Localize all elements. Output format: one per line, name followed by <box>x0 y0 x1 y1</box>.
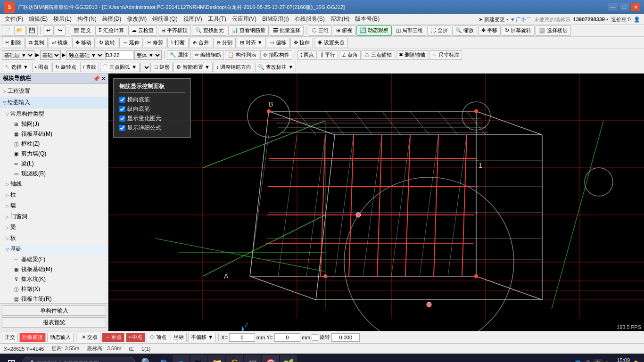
checkbox-vert-rebar[interactable]: 纵向底筋 <box>119 105 185 113</box>
new-change-btn[interactable]: ➤ 新建变更 • <box>479 16 508 23</box>
object-snap-btn[interactable]: 对象捕捉 <box>19 333 46 342</box>
notification-icon[interactable]: 🔔 <box>633 360 639 362</box>
checkbox-show-qty[interactable]: 显示量化图元 <box>119 115 185 123</box>
menu-online-service[interactable]: 在线服务(S) <box>292 14 328 24</box>
window-controls[interactable]: — □ ✕ <box>608 3 640 11</box>
line-btn[interactable]: / 直线 <box>80 63 99 72</box>
x-input[interactable] <box>229 333 255 342</box>
delete-aux-btn[interactable]: ✖ 删除辅轴 <box>396 50 428 60</box>
single-element-input-btn[interactable]: 单构件输入 <box>2 305 106 316</box>
arc-select[interactable] <box>140 63 151 72</box>
align-btn[interactable]: ⊞ 对齐 ▼ <box>237 38 266 48</box>
rotate2-btn[interactable]: ↻ 旋转 <box>96 38 118 48</box>
category-select[interactable]: 基础 <box>40 50 61 60</box>
nav-sump[interactable]: ⊽集水坑(K) <box>8 274 108 284</box>
two-point-btn[interactable]: ⟨ 两点 <box>297 50 317 60</box>
canvas-viewport[interactable]: A B A1 1 Z X Y 钢筋显示控制面板 横向底 <box>108 74 644 331</box>
nav-item-slab[interactable]: ▭现浇板(B) <box>8 169 108 179</box>
nav-foundation-section[interactable]: ▽ 基础 <box>4 244 108 255</box>
menu-floor[interactable]: 楼层(L) <box>50 14 74 24</box>
menu-element[interactable]: 构件(N) <box>74 14 99 24</box>
nav-beam-section[interactable]: ▷ 梁 <box>4 222 108 233</box>
align-slab-btn[interactable]: ⊟ 平齐板顶 <box>158 25 191 36</box>
midpoint-btn[interactable]: → 重点 <box>102 333 124 342</box>
point-btn[interactable]: • 图点 <box>32 63 51 72</box>
batch-select-btn[interactable]: ☰ 批量选择 <box>270 25 304 36</box>
drag-btn[interactable]: ✥ 拉伸 <box>290 38 313 48</box>
app-icon1[interactable]: 🎯 <box>262 355 279 362</box>
nav-project-settings[interactable]: ▷ 工程设置 <box>0 86 108 97</box>
nav-raft-main[interactable]: ▤筏板主筋(R) <box>8 294 108 303</box>
nav-wall-section[interactable]: ▷ 墙 <box>4 200 108 211</box>
no-offset-btn[interactable]: 不偏移 ▼ <box>188 333 216 342</box>
cortana-icon[interactable]: 🔍 <box>139 355 155 362</box>
app-icon2[interactable]: 🌱 <box>280 355 297 362</box>
expand-tray-icon[interactable]: ∧ <box>568 360 572 362</box>
select-tool-btn[interactable]: ↖ 选择 ▼ <box>2 63 31 72</box>
store-icon[interactable]: 🛍 <box>190 355 207 362</box>
nav-door-section[interactable]: ▷ 门窗洞 <box>4 211 108 222</box>
vertex-btn[interactable]: ◇ 顶点 <box>147 333 169 342</box>
nav-item-raft[interactable]: ▦筏板基础(M) <box>8 129 108 139</box>
menu-edit[interactable]: 编辑(E) <box>26 14 50 24</box>
pan-btn[interactable]: ✥ 平移 <box>478 25 501 36</box>
vert-rebar-check[interactable] <box>119 106 125 112</box>
close-button[interactable]: ✕ <box>631 3 640 11</box>
element-list-btn[interactable]: 📋 构件列表 <box>225 50 259 60</box>
y-input[interactable] <box>274 333 300 342</box>
zoom-btn[interactable]: 🔍 缩放 <box>452 25 477 36</box>
intersection-btn[interactable]: ✕ 交点 <box>79 333 100 342</box>
top-view-btn[interactable]: ⊞ 俯视 <box>333 25 355 36</box>
undo-btn[interactable]: ↩ <box>43 25 54 36</box>
game-icon[interactable]: 🎮 <box>244 355 261 362</box>
scope-select[interactable]: 整体 ▼ <box>134 50 162 60</box>
floor-select[interactable]: 基础层 ▼ <box>2 50 34 60</box>
show-formula-check[interactable] <box>119 125 125 131</box>
menu-rebar-qty[interactable]: 钢筋量(Q) <box>149 14 180 24</box>
set-vertex-btn[interactable]: ◈ 设置夹点 <box>314 38 348 48</box>
minimize-button[interactable]: — <box>608 3 618 11</box>
parallel-btn[interactable]: ∥ 平行 <box>318 50 338 60</box>
define-btn[interactable]: ▦ 定义 <box>71 25 94 36</box>
save-btn[interactable]: 💾 <box>26 25 38 36</box>
nav-slab-section[interactable]: ▷ 板 <box>4 233 108 244</box>
three-point-aux-btn[interactable]: △ 三点辅轴 <box>362 50 395 60</box>
partial-3d-btn[interactable]: ◫ 局部三维 <box>393 25 426 36</box>
offset-btn[interactable]: ⇨ 偏移 <box>267 38 289 48</box>
split-btn[interactable]: ⊖ 分割 <box>213 38 236 48</box>
pick-element-btn[interactable]: ⊕ 抬取构件 <box>260 50 292 60</box>
element-type-select[interactable]: 独立基础 ▼ <box>66 50 104 60</box>
delete-btn[interactable]: ✂ 删除 <box>2 38 25 48</box>
nav-item-beam[interactable]: ═梁(L) <box>8 159 108 169</box>
chrome-icon[interactable]: G <box>226 355 243 362</box>
horiz-rebar-check[interactable] <box>119 97 125 103</box>
view-rebar-btn[interactable]: 📊 查看钢筋量 <box>228 25 269 36</box>
nav-pin-icon[interactable]: 📌 <box>93 75 100 82</box>
dynamic-input-btn[interactable]: 动态输入 <box>47 333 74 342</box>
dimension-btn[interactable]: ↔ 尺寸标注 <box>429 50 462 60</box>
orthogonal-btn[interactable]: 正交 <box>2 333 18 342</box>
nav-axis-section[interactable]: ▷ 轴线 <box>4 179 108 189</box>
coord-btn[interactable]: 坐标 <box>171 333 187 342</box>
calc-btn[interactable]: Σ 汇总计算 <box>95 25 127 36</box>
menu-file[interactable]: 文件(F) <box>2 14 26 24</box>
rect-btn[interactable]: □ 矩形 <box>152 63 173 72</box>
move-btn[interactable]: ✥ 移动 <box>72 38 95 48</box>
rotate-btn[interactable]: ↻ 屏幕旋转 <box>502 25 535 36</box>
clock[interactable]: 15:09 2017/8/1 <box>611 357 630 362</box>
redo-btn[interactable]: ↪ <box>55 25 66 36</box>
nav-common-types[interactable]: ▽ 常用构件类型 <box>4 108 108 119</box>
check-annotation-btn[interactable]: 🔍 查改标注 ▼ <box>255 63 296 72</box>
dynamic-view-btn[interactable]: 🔄 动态观察 <box>356 25 392 36</box>
center-btn[interactable]: • 中点 <box>126 333 145 342</box>
select-floor-btn[interactable]: 🏢 选择楼层 <box>536 25 571 36</box>
adjust-rebar-dir-btn[interactable]: ↕ 调整钢筋方向 <box>214 63 255 72</box>
menu-view[interactable]: 视图(V) <box>181 14 205 24</box>
arc-btn[interactable]: ⌒ 三点圆弧 ▼ <box>100 63 140 72</box>
new-btn[interactable]: 📄 <box>2 25 13 36</box>
3d-btn[interactable]: ⬡ 三维 <box>309 25 332 36</box>
smart-place-btn[interactable]: ⚙ 智能布置 ▼ <box>173 63 213 72</box>
maximize-button[interactable]: □ <box>619 3 629 11</box>
menu-draw[interactable]: 绘图(D) <box>99 14 124 24</box>
property-btn[interactable]: 🔧 属性 <box>167 50 191 60</box>
